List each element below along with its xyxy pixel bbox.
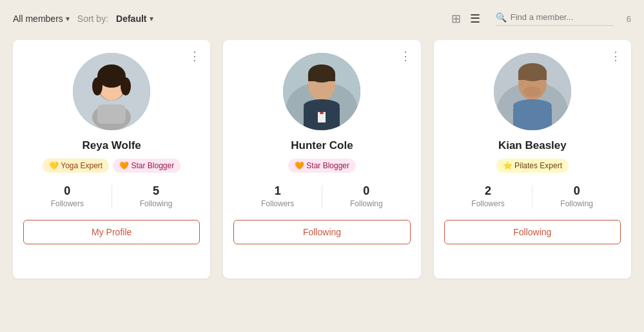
followers-count: 0 [23, 184, 112, 198]
sort-prefix-label: Sort by: [77, 14, 108, 24]
member-card: ⋮ [13, 40, 210, 278]
following-stat: 0 Following [532, 184, 621, 208]
avatar-image [494, 53, 571, 130]
filter-button[interactable]: All members ▾ [13, 14, 70, 24]
badge-star-blogger: 🧡 Star Blogger [288, 159, 356, 173]
more-icon: ⋮ [610, 50, 622, 63]
followers-stat: 1 Followers [233, 184, 322, 208]
member-stats: 1 Followers 0 Following [233, 184, 410, 208]
member-badges: 🧡 Star Blogger [288, 159, 356, 173]
more-icon: ⋮ [189, 50, 201, 63]
search-icon: 🔍 [496, 12, 507, 23]
member-badges: ⭐ Pilates Expert [496, 159, 569, 173]
list-view-button[interactable]: ☰ [467, 10, 483, 27]
followers-count: 1 [233, 184, 322, 198]
followers-stat: 2 Followers [444, 184, 532, 208]
member-card: ⋮ [223, 40, 420, 278]
svg-rect-8 [97, 104, 126, 124]
following-stat: 0 Following [322, 184, 411, 208]
followers-stat: 0 Followers [23, 184, 112, 208]
filter-label: All members [13, 14, 63, 24]
badge-yoga-expert: 💛 Yoga Expert [43, 159, 109, 173]
svg-rect-14 [308, 73, 335, 81]
avatar [494, 53, 571, 130]
chevron-down-icon: ▾ [66, 14, 70, 23]
sort-button[interactable]: Default ▾ [116, 14, 153, 24]
badge-star-blogger: 🧡 Star Blogger [113, 159, 181, 173]
list-icon: ☰ [470, 12, 480, 25]
grid-icon: ⊞ [451, 12, 461, 25]
member-count: 6 [627, 14, 631, 24]
following-stat: 5 Following [112, 184, 200, 208]
svg-point-18 [304, 99, 340, 112]
followers-label: Followers [233, 199, 322, 208]
following-count: 0 [532, 184, 621, 198]
member-card: ⋮ Kian Beasley [434, 40, 631, 278]
svg-rect-23 [518, 71, 547, 80]
member-stats: 0 Followers 5 Following [23, 184, 200, 208]
member-name: Hunter Cole [291, 139, 353, 152]
grid-view-button[interactable]: ⊞ [449, 10, 463, 27]
svg-point-5 [92, 77, 102, 95]
member-badges: 💛 Yoga Expert 🧡 Star Blogger [43, 159, 181, 173]
member-name: Reya Wolfe [83, 139, 141, 152]
avatar-image [283, 53, 360, 130]
main-container: All members ▾ Sort by: Default ▾ ⊞ ☰ 🔍 6… [0, 0, 644, 332]
following-label: Following [532, 199, 621, 208]
sort-value-label: Default [116, 14, 146, 24]
member-name: Kian Beasley [498, 139, 567, 152]
search-wrapper: 🔍 [496, 12, 614, 26]
card-menu-button[interactable]: ⋮ [189, 49, 201, 63]
search-input[interactable] [511, 12, 614, 22]
following-button[interactable]: Following [233, 220, 410, 244]
chevron-down-icon: ▾ [150, 14, 153, 23]
following-count: 5 [112, 184, 200, 198]
toolbar: All members ▾ Sort by: Default ▾ ⊞ ☰ 🔍 6 [13, 10, 631, 27]
more-icon: ⋮ [400, 50, 412, 63]
svg-point-26 [513, 99, 552, 112]
svg-point-24 [523, 86, 542, 97]
following-label: Following [112, 199, 200, 208]
followers-label: Followers [444, 199, 532, 208]
members-grid: ⋮ [13, 40, 631, 278]
following-label: Following [322, 199, 411, 208]
followers-count: 2 [444, 184, 532, 198]
svg-point-6 [121, 77, 131, 95]
card-menu-button[interactable]: ⋮ [610, 49, 622, 63]
avatar [283, 53, 360, 130]
my-profile-button[interactable]: My Profile [23, 220, 200, 244]
following-button[interactable]: Following [444, 220, 621, 244]
avatar-image [73, 53, 150, 130]
following-count: 0 [322, 184, 411, 198]
followers-label: Followers [23, 199, 112, 208]
badge-pilates-expert: ⭐ Pilates Expert [496, 159, 569, 173]
avatar [73, 53, 150, 130]
member-stats: 2 Followers 0 Following [444, 184, 621, 208]
view-toggle: ⊞ ☰ [449, 10, 483, 27]
card-menu-button[interactable]: ⋮ [400, 49, 412, 63]
